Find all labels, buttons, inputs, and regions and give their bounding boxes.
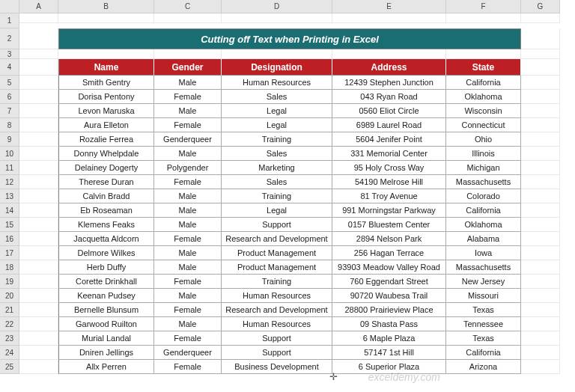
col-header[interactable]: G (521, 0, 560, 13)
col-header[interactable]: C (154, 0, 222, 13)
cell[interactable] (154, 49, 222, 59)
table-cell[interactable]: Jacquetta Aldcorn (58, 232, 154, 246)
table-cell[interactable]: 760 Eggendart Street (332, 275, 446, 289)
table-cell[interactable]: Rozalie Ferrea (58, 132, 154, 147)
table-cell[interactable]: Aura Elleton (58, 118, 154, 132)
table-cell[interactable]: Human Resources (222, 76, 332, 90)
cell[interactable] (521, 104, 560, 118)
table-cell[interactable]: California (446, 203, 521, 218)
table-cell[interactable]: Support (222, 218, 332, 232)
table-header[interactable]: Name (58, 59, 154, 76)
cell[interactable] (521, 13, 560, 23)
cell[interactable] (19, 49, 58, 59)
row-header[interactable]: 8 (0, 118, 19, 132)
table-cell[interactable]: 256 Hagan Terrace (332, 246, 446, 260)
table-cell[interactable]: Dorisa Pentony (58, 90, 154, 104)
table-cell[interactable]: Herb Duffy (58, 260, 154, 275)
row-header[interactable]: 20 (0, 289, 19, 303)
cell[interactable] (521, 203, 560, 218)
cell[interactable] (521, 161, 560, 175)
table-cell[interactable]: 09 Shasta Pass (332, 317, 446, 331)
cell[interactable] (521, 132, 560, 147)
row-header[interactable]: 6 (0, 90, 19, 104)
table-cell[interactable]: Female (154, 232, 222, 246)
table-cell[interactable]: Male (154, 203, 222, 218)
cell[interactable] (521, 59, 560, 76)
table-cell[interactable]: Female (154, 360, 222, 374)
table-cell[interactable]: Polygender (154, 161, 222, 175)
table-cell[interactable]: Eb Roseaman (58, 203, 154, 218)
cell[interactable] (19, 147, 58, 161)
table-cell[interactable]: Missouri (446, 289, 521, 303)
cell[interactable] (19, 28, 58, 49)
table-cell[interactable]: 90720 Waubesa Trail (332, 289, 446, 303)
table-cell[interactable]: California (446, 76, 521, 90)
table-header[interactable]: State (446, 59, 521, 76)
cell[interactable] (521, 246, 560, 260)
cell[interactable] (19, 346, 58, 360)
row-header[interactable]: 3 (0, 49, 19, 59)
cell[interactable] (521, 317, 560, 331)
table-cell[interactable]: Female (154, 175, 222, 189)
table-header[interactable]: Address (332, 59, 446, 76)
table-cell[interactable]: Legal (222, 203, 332, 218)
table-cell[interactable]: Support (222, 346, 332, 360)
table-cell[interactable]: Male (154, 317, 222, 331)
table-cell[interactable]: 2894 Nelson Park (332, 232, 446, 246)
cell[interactable] (19, 246, 58, 260)
table-cell[interactable]: Keenan Pudsey (58, 289, 154, 303)
cell[interactable] (521, 289, 560, 303)
table-cell[interactable]: Delmore Wilkes (58, 246, 154, 260)
col-header[interactable]: E (332, 0, 446, 13)
table-cell[interactable]: 6 Maple Plaza (332, 331, 446, 346)
table-cell[interactable]: Sales (222, 147, 332, 161)
cell[interactable] (521, 28, 560, 49)
cell[interactable] (19, 218, 58, 232)
cell[interactable] (19, 203, 58, 218)
table-cell[interactable]: Product Management (222, 246, 332, 260)
row-header[interactable]: 13 (0, 189, 19, 203)
cell[interactable] (19, 118, 58, 132)
table-cell[interactable]: 57147 1st Hill (332, 346, 446, 360)
row-header[interactable]: 11 (0, 161, 19, 175)
table-cell[interactable]: Ohio (446, 132, 521, 147)
table-cell[interactable]: 81 Troy Avenue (332, 189, 446, 203)
row-header[interactable]: 17 (0, 246, 19, 260)
cell[interactable] (521, 360, 560, 374)
cell[interactable] (19, 289, 58, 303)
table-cell[interactable]: Sales (222, 90, 332, 104)
col-header[interactable]: B (58, 0, 154, 13)
table-cell[interactable]: Female (154, 275, 222, 289)
row-header[interactable]: 19 (0, 275, 19, 289)
cell[interactable] (521, 76, 560, 90)
table-cell[interactable]: Sales (222, 175, 332, 189)
table-cell[interactable]: Marketing (222, 161, 332, 175)
cell[interactable] (154, 13, 222, 23)
table-cell[interactable]: Training (222, 189, 332, 203)
table-cell[interactable]: Oklahoma (446, 218, 521, 232)
table-cell[interactable]: Training (222, 275, 332, 289)
table-cell[interactable]: Massachusetts (446, 260, 521, 275)
table-cell[interactable]: Male (154, 260, 222, 275)
cell[interactable] (521, 331, 560, 346)
table-cell[interactable]: 28800 Prairieview Place (332, 303, 446, 317)
cell[interactable] (521, 49, 560, 59)
row-header[interactable]: 14 (0, 203, 19, 218)
table-cell[interactable]: 043 Ryan Road (332, 90, 446, 104)
row-header[interactable]: 18 (0, 260, 19, 275)
cell[interactable] (521, 118, 560, 132)
table-cell[interactable]: Support (222, 331, 332, 346)
table-cell[interactable]: Colorado (446, 189, 521, 203)
table-cell[interactable]: 93903 Meadow Valley Road (332, 260, 446, 275)
table-cell[interactable]: Wisconsin (446, 104, 521, 118)
title-cell[interactable]: Cutting off Text when Printing in Excel (58, 28, 521, 49)
cell[interactable] (521, 260, 560, 275)
table-cell[interactable]: Human Resources (222, 317, 332, 331)
cell[interactable] (19, 104, 58, 118)
table-cell[interactable]: 12439 Stephen Junction (332, 76, 446, 90)
table-cell[interactable]: Training (222, 132, 332, 147)
table-cell[interactable]: Research and Development (222, 232, 332, 246)
cell[interactable] (332, 49, 446, 59)
table-cell[interactable]: Legal (222, 104, 332, 118)
cell[interactable] (19, 175, 58, 189)
